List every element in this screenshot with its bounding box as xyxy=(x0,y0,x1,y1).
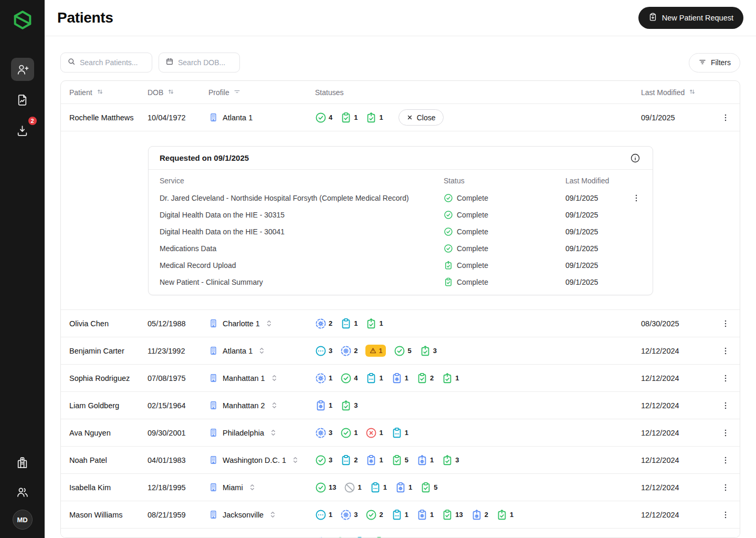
profile-selector-icon[interactable] xyxy=(247,482,257,492)
statuses-cell: 211 xyxy=(315,318,641,329)
status-ban: 1 xyxy=(344,482,361,493)
table-row[interactable]: Olivia Chen05/12/1988Charlotte 121108/30… xyxy=(61,310,740,337)
table-row[interactable]: Liam Goldberg02/15/1964Manhattan 21312/1… xyxy=(61,392,740,419)
status-clipboard-dots: 1 xyxy=(340,318,358,329)
status-count: 1 xyxy=(430,456,434,464)
row-menu-button[interactable] xyxy=(720,482,731,493)
table-row[interactable] xyxy=(61,529,740,538)
table-row[interactable]: Mason Williams08/21/1959Jacksonville1321… xyxy=(61,501,740,529)
status-circle-check: 5 xyxy=(394,345,411,357)
status-count: 2 xyxy=(485,511,488,519)
profile-selector-icon[interactable] xyxy=(264,318,274,328)
panel-column-status: Status xyxy=(444,177,565,185)
row-menu-button[interactable] xyxy=(720,454,731,466)
row-menu-button[interactable] xyxy=(720,400,731,411)
column-header-patient[interactable]: Patient xyxy=(69,88,148,97)
service-last-modified: 09/1/2025 xyxy=(565,227,631,236)
profile-cell: Jacksonville xyxy=(208,510,315,520)
building-icon xyxy=(208,112,218,122)
kebab-icon xyxy=(632,193,641,203)
sidebar-item-facilities[interactable] xyxy=(11,451,34,474)
status-clipboard-upload: 3 xyxy=(340,400,358,411)
service-status-label: Complete xyxy=(457,211,488,219)
clipboard-gear-icon xyxy=(416,509,428,521)
profile-selector-icon[interactable] xyxy=(268,428,278,438)
search-patients-input[interactable] xyxy=(80,58,145,67)
sidebar-item-team[interactable] xyxy=(11,480,34,503)
close-label: Close xyxy=(417,113,436,122)
column-header-last-modified[interactable]: Last Modified xyxy=(641,88,713,97)
sidebar-item-reports[interactable] xyxy=(11,88,34,111)
main-area: Patients New Patient Request Filters xyxy=(45,0,756,538)
circle-check-icon xyxy=(444,244,453,253)
patient-dob: 10/04/1972 xyxy=(148,113,208,122)
actions-cell xyxy=(713,318,731,329)
circle-check-icon xyxy=(315,482,327,493)
clipboard-plus-icon xyxy=(648,13,657,23)
info-icon-button[interactable] xyxy=(629,152,642,164)
profile-selector-icon[interactable] xyxy=(268,510,278,520)
profile-selector-icon[interactable] xyxy=(290,455,300,465)
patient-dob: 09/30/2001 xyxy=(148,429,208,437)
column-header-dob[interactable]: DOB xyxy=(148,88,208,97)
status-clipboard-gear: 1 xyxy=(416,509,434,521)
table-row[interactable]: Benjamin Carter11/23/1992Atlanta 1321531… xyxy=(61,337,740,365)
filter-icon xyxy=(698,58,707,66)
profile-cell: Philadelphia xyxy=(208,428,315,438)
profile-selector-icon[interactable] xyxy=(269,373,279,383)
info-icon xyxy=(630,153,640,163)
search-dob-input[interactable] xyxy=(178,58,233,67)
column-header-profile[interactable]: Profile xyxy=(208,88,315,97)
row-menu-button[interactable] xyxy=(720,318,731,329)
profile-selector-icon[interactable] xyxy=(257,346,267,356)
sidebar-item-new-patient[interactable] xyxy=(11,58,34,81)
service-name: New Patient - Clinical Summary xyxy=(160,278,444,286)
table-row[interactable]: Isabella Kim12/18/1995Miami13111512/12/2… xyxy=(61,474,740,501)
status-count: 2 xyxy=(430,374,434,382)
table-row[interactable]: Ava Nguyen09/30/2001Philadelphia311112/1… xyxy=(61,419,740,447)
row-menu-button[interactable] xyxy=(720,427,731,439)
profile-selector-icon[interactable] xyxy=(269,400,279,410)
profile-name: Miami xyxy=(223,483,243,492)
circle-check-icon xyxy=(444,193,453,203)
status-clipboard-upload: 1 xyxy=(496,509,513,521)
new-patient-request-button[interactable]: New Patient Request xyxy=(638,7,743,29)
building-icon xyxy=(208,346,218,356)
user-avatar[interactable]: MD xyxy=(13,510,33,530)
service-last-modified: 09/1/2025 xyxy=(565,194,631,202)
status-count: 13 xyxy=(329,483,336,491)
profile-header-label: Profile xyxy=(208,88,229,97)
hospital-icon xyxy=(16,456,29,469)
service-menu-button[interactable] xyxy=(631,192,642,204)
row-menu-button[interactable] xyxy=(720,509,731,521)
service-status: Complete xyxy=(444,227,565,236)
service-actions xyxy=(631,192,642,204)
statuses-cell: 13 xyxy=(315,400,641,411)
request-panel: Requested on 09/1/2025ServiceStatusLast … xyxy=(148,146,653,295)
status-count: 3 xyxy=(329,347,332,355)
actions-cell xyxy=(713,509,731,521)
row-menu-button[interactable] xyxy=(720,373,731,384)
ban-icon xyxy=(344,482,355,493)
table-row[interactable]: Noah Patel04/01/1983Washington D.C. 1321… xyxy=(61,447,740,474)
row-menu-button[interactable] xyxy=(720,345,731,357)
close-expanded-button[interactable]: Close xyxy=(398,109,444,126)
building-icon xyxy=(208,510,218,520)
last-modified: 12/12/2024 xyxy=(641,347,713,355)
last-modified: 12/12/2024 xyxy=(641,374,713,382)
circle-check-icon xyxy=(315,454,327,466)
kebab-icon xyxy=(721,374,730,383)
status-clipboard-check: 13 xyxy=(442,509,463,521)
table-row[interactable]: Sophia Rodriguez07/08/1975Manhattan 1141… xyxy=(61,365,740,392)
clipboard-upload-icon xyxy=(365,318,377,329)
status-count: 3 xyxy=(455,456,459,464)
row-menu-button[interactable] xyxy=(720,112,731,123)
new-patient-request-label: New Patient Request xyxy=(662,14,733,22)
status-clipboard-check: 5 xyxy=(391,454,408,466)
sidebar-item-downloads[interactable]: 2 xyxy=(11,119,34,142)
search-icon xyxy=(67,57,76,68)
table-row[interactable]: Rochelle Matthews10/04/1972Atlanta 1411C… xyxy=(61,104,740,131)
status-gear: 3 xyxy=(340,509,358,521)
status-count: 2 xyxy=(354,347,358,355)
filters-button[interactable]: Filters xyxy=(689,53,740,73)
